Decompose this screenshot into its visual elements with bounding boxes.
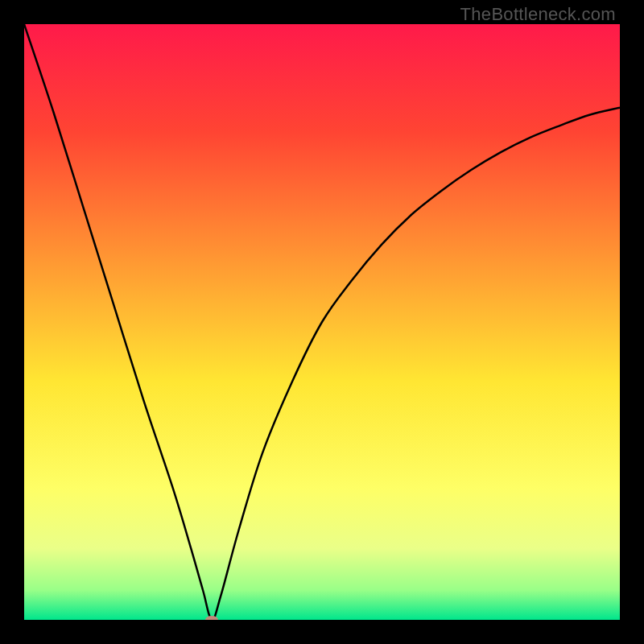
watermark-text: TheBottleneck.com: [460, 4, 616, 25]
chart-plot-area: [24, 24, 620, 620]
minimum-marker: [205, 616, 218, 620]
bottleneck-curve: [24, 24, 620, 620]
